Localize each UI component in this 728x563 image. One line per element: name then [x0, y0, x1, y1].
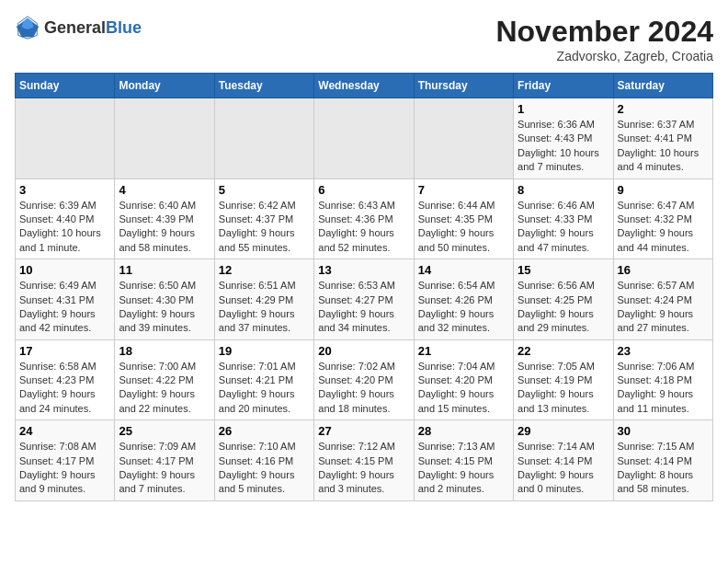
day-info: Sunrise: 7:06 AM Sunset: 4:18 PM Dayligh…	[618, 360, 709, 417]
day-number: 20	[318, 344, 409, 358]
day-number: 30	[618, 424, 709, 438]
weekday-row: Sunday Monday Tuesday Wednesday Thursday…	[16, 74, 713, 98]
calendar-cell: 14Sunrise: 6:54 AM Sunset: 4:26 PM Dayli…	[414, 259, 513, 340]
calendar-cell: 22Sunrise: 7:05 AM Sunset: 4:19 PM Dayli…	[514, 339, 613, 420]
day-info: Sunrise: 6:51 AM Sunset: 4:29 PM Dayligh…	[219, 279, 310, 336]
calendar-cell: 21Sunrise: 7:04 AM Sunset: 4:20 PM Dayli…	[414, 339, 513, 420]
day-number: 8	[518, 183, 609, 197]
calendar-cell: 29Sunrise: 7:14 AM Sunset: 4:14 PM Dayli…	[514, 420, 613, 501]
day-info: Sunrise: 6:36 AM Sunset: 4:43 PM Dayligh…	[518, 118, 609, 175]
calendar-cell: 9Sunrise: 6:47 AM Sunset: 4:32 PM Daylig…	[613, 178, 712, 259]
calendar-cell: 1Sunrise: 6:36 AM Sunset: 4:43 PM Daylig…	[514, 98, 613, 179]
day-info: Sunrise: 6:47 AM Sunset: 4:32 PM Dayligh…	[618, 199, 709, 256]
day-info: Sunrise: 7:14 AM Sunset: 4:14 PM Dayligh…	[518, 440, 609, 497]
day-number: 27	[318, 424, 409, 438]
day-number: 6	[318, 183, 409, 197]
day-info: Sunrise: 7:12 AM Sunset: 4:15 PM Dayligh…	[318, 440, 409, 497]
calendar-table: Sunday Monday Tuesday Wednesday Thursday…	[15, 73, 713, 501]
calendar-cell: 11Sunrise: 6:50 AM Sunset: 4:30 PM Dayli…	[115, 259, 214, 340]
day-number: 1	[518, 102, 609, 116]
day-info: Sunrise: 6:40 AM Sunset: 4:39 PM Dayligh…	[119, 199, 210, 256]
calendar-week-5: 24Sunrise: 7:08 AM Sunset: 4:17 PM Dayli…	[16, 420, 713, 501]
calendar-cell: 17Sunrise: 6:58 AM Sunset: 4:23 PM Dayli…	[16, 339, 115, 420]
day-info: Sunrise: 7:01 AM Sunset: 4:21 PM Dayligh…	[219, 360, 310, 417]
calendar-cell: 25Sunrise: 7:09 AM Sunset: 4:17 PM Dayli…	[115, 420, 214, 501]
day-info: Sunrise: 7:00 AM Sunset: 4:22 PM Dayligh…	[119, 360, 210, 417]
page-header: GeneralBlue November 2024 Zadvorsko, Zag…	[15, 15, 713, 63]
day-number: 7	[418, 183, 509, 197]
day-number: 13	[318, 263, 409, 277]
month-title: November 2024	[495, 15, 713, 49]
day-number: 5	[219, 183, 310, 197]
calendar-cell	[214, 98, 313, 179]
calendar-cell	[16, 98, 115, 179]
day-number: 16	[618, 263, 709, 277]
day-number: 18	[119, 344, 210, 358]
calendar-cell	[314, 98, 414, 179]
day-number: 29	[518, 424, 609, 438]
calendar-cell: 26Sunrise: 7:10 AM Sunset: 4:16 PM Dayli…	[214, 420, 313, 501]
day-info: Sunrise: 6:37 AM Sunset: 4:41 PM Dayligh…	[618, 118, 709, 175]
calendar-cell: 3Sunrise: 6:39 AM Sunset: 4:40 PM Daylig…	[16, 178, 115, 259]
calendar-cell: 15Sunrise: 6:56 AM Sunset: 4:25 PM Dayli…	[514, 259, 613, 340]
day-number: 10	[19, 263, 110, 277]
calendar-cell: 24Sunrise: 7:08 AM Sunset: 4:17 PM Dayli…	[16, 420, 115, 501]
day-number: 9	[618, 183, 709, 197]
day-number: 2	[618, 102, 709, 116]
day-info: Sunrise: 7:05 AM Sunset: 4:19 PM Dayligh…	[518, 360, 609, 417]
col-friday: Friday	[514, 74, 613, 98]
day-number: 3	[19, 183, 110, 197]
calendar-cell: 5Sunrise: 6:42 AM Sunset: 4:37 PM Daylig…	[214, 178, 313, 259]
calendar-cell: 7Sunrise: 6:44 AM Sunset: 4:35 PM Daylig…	[414, 178, 513, 259]
calendar-cell: 8Sunrise: 6:46 AM Sunset: 4:33 PM Daylig…	[514, 178, 613, 259]
day-number: 22	[518, 344, 609, 358]
calendar-cell: 23Sunrise: 7:06 AM Sunset: 4:18 PM Dayli…	[613, 339, 712, 420]
day-info: Sunrise: 7:13 AM Sunset: 4:15 PM Dayligh…	[418, 440, 509, 497]
col-saturday: Saturday	[613, 74, 712, 98]
day-info: Sunrise: 6:43 AM Sunset: 4:36 PM Dayligh…	[318, 199, 409, 256]
day-number: 4	[119, 183, 210, 197]
calendar-body: 1Sunrise: 6:36 AM Sunset: 4:43 PM Daylig…	[16, 98, 713, 501]
day-number: 23	[618, 344, 709, 358]
day-info: Sunrise: 6:57 AM Sunset: 4:24 PM Dayligh…	[618, 279, 709, 336]
day-info: Sunrise: 7:08 AM Sunset: 4:17 PM Dayligh…	[19, 440, 110, 497]
day-info: Sunrise: 7:04 AM Sunset: 4:20 PM Dayligh…	[418, 360, 509, 417]
calendar-cell: 27Sunrise: 7:12 AM Sunset: 4:15 PM Dayli…	[314, 420, 414, 501]
calendar-week-2: 3Sunrise: 6:39 AM Sunset: 4:40 PM Daylig…	[16, 178, 713, 259]
day-info: Sunrise: 6:54 AM Sunset: 4:26 PM Dayligh…	[418, 279, 509, 336]
calendar-week-4: 17Sunrise: 6:58 AM Sunset: 4:23 PM Dayli…	[16, 339, 713, 420]
logo-icon	[15, 15, 40, 40]
day-number: 12	[219, 263, 310, 277]
calendar-cell: 18Sunrise: 7:00 AM Sunset: 4:22 PM Dayli…	[115, 339, 214, 420]
calendar-cell: 12Sunrise: 6:51 AM Sunset: 4:29 PM Dayli…	[214, 259, 313, 340]
day-info: Sunrise: 7:10 AM Sunset: 4:16 PM Dayligh…	[219, 440, 310, 497]
day-number: 11	[119, 263, 210, 277]
day-number: 24	[19, 424, 110, 438]
day-info: Sunrise: 6:50 AM Sunset: 4:30 PM Dayligh…	[119, 279, 210, 336]
day-info: Sunrise: 7:02 AM Sunset: 4:20 PM Dayligh…	[318, 360, 409, 417]
logo-text-general: General	[44, 18, 106, 37]
calendar-header: Sunday Monday Tuesday Wednesday Thursday…	[16, 74, 713, 98]
day-info: Sunrise: 6:49 AM Sunset: 4:31 PM Dayligh…	[19, 279, 110, 336]
calendar-cell: 10Sunrise: 6:49 AM Sunset: 4:31 PM Dayli…	[16, 259, 115, 340]
logo-text: GeneralBlue	[44, 19, 142, 37]
day-info: Sunrise: 6:58 AM Sunset: 4:23 PM Dayligh…	[19, 360, 110, 417]
calendar-cell	[115, 98, 214, 179]
day-info: Sunrise: 6:56 AM Sunset: 4:25 PM Dayligh…	[518, 279, 609, 336]
calendar-cell: 16Sunrise: 6:57 AM Sunset: 4:24 PM Dayli…	[613, 259, 712, 340]
col-tuesday: Tuesday	[214, 74, 313, 98]
day-info: Sunrise: 6:39 AM Sunset: 4:40 PM Dayligh…	[19, 199, 110, 256]
day-number: 28	[418, 424, 509, 438]
logo: GeneralBlue	[15, 15, 142, 40]
day-info: Sunrise: 7:09 AM Sunset: 4:17 PM Dayligh…	[119, 440, 210, 497]
calendar-cell: 6Sunrise: 6:43 AM Sunset: 4:36 PM Daylig…	[314, 178, 414, 259]
logo-text-blue: Blue	[106, 18, 142, 37]
calendar-cell: 20Sunrise: 7:02 AM Sunset: 4:20 PM Dayli…	[314, 339, 414, 420]
day-info: Sunrise: 6:42 AM Sunset: 4:37 PM Dayligh…	[219, 199, 310, 256]
col-wednesday: Wednesday	[314, 74, 414, 98]
day-info: Sunrise: 6:46 AM Sunset: 4:33 PM Dayligh…	[518, 199, 609, 256]
day-info: Sunrise: 6:44 AM Sunset: 4:35 PM Dayligh…	[418, 199, 509, 256]
day-number: 17	[19, 344, 110, 358]
day-number: 14	[418, 263, 509, 277]
col-monday: Monday	[115, 74, 214, 98]
